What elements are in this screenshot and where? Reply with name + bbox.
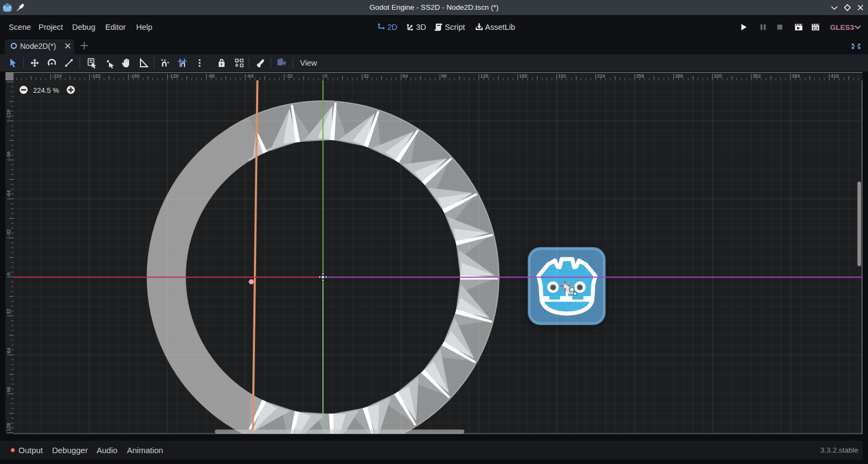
svg-text:-224: -224 <box>52 73 62 79</box>
svg-text:0: 0 <box>324 73 327 79</box>
svg-text:-160: -160 <box>130 73 139 79</box>
svg-text:96: 96 <box>6 386 11 392</box>
svg-text:64: 64 <box>6 347 11 353</box>
svg-text:384: 384 <box>792 73 800 79</box>
svg-text:32: 32 <box>6 308 11 314</box>
svg-text:-32: -32 <box>6 229 11 236</box>
svg-text:128: 128 <box>480 73 488 79</box>
svg-text:0: 0 <box>6 272 11 275</box>
svg-text:-96: -96 <box>208 73 215 79</box>
svg-text:-96: -96 <box>6 151 11 158</box>
svg-text:32: 32 <box>363 73 369 79</box>
svg-text:128: 128 <box>6 423 11 431</box>
svg-text:192: 192 <box>558 73 566 79</box>
svg-text:224: 224 <box>597 73 605 79</box>
svg-text:-32: -32 <box>285 73 292 79</box>
svg-text:160: 160 <box>519 73 527 79</box>
svg-text:288: 288 <box>675 73 683 79</box>
svg-text:96: 96 <box>441 73 446 79</box>
svg-text:-128: -128 <box>169 73 178 79</box>
svg-text:64: 64 <box>403 73 408 79</box>
svg-text:352: 352 <box>753 73 761 79</box>
svg-text:320: 320 <box>714 73 722 79</box>
svg-text:-128: -128 <box>6 109 11 119</box>
svg-text:-192: -192 <box>91 73 101 79</box>
svg-text:416: 416 <box>831 73 839 79</box>
svg-text:-64: -64 <box>247 73 254 79</box>
svg-text:256: 256 <box>636 73 644 79</box>
svg-text:-64: -64 <box>6 190 11 197</box>
